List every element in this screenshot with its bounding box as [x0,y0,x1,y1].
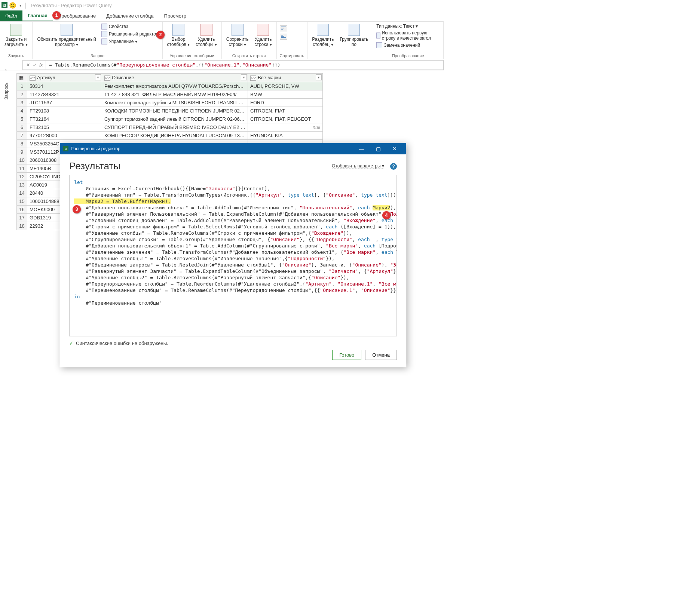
cell-opisanie[interactable]: СУППОРТ ПЕРЕДНИЙ ПРАВЫЙ BREMBO IVECO DAI… [102,123,248,131]
table-row[interactable]: 150314Ремкомплект амортизатора AUDI Q7/V… [17,82,323,90]
row-number[interactable]: 14 [17,189,27,197]
cell-marki[interactable]: CITROEN, FIAT, PEUGEOT [248,115,323,123]
row-number[interactable]: 17 [17,213,27,222]
cell-artikul[interactable]: 977012S000 [27,131,102,139]
face-icon[interactable]: 🙂 [9,2,16,9]
table-row[interactable]: 6FT32105СУППОРТ ПЕРЕДНИЙ ПРАВЫЙ BREMBO I… [17,123,323,131]
cell-marki[interactable]: CITROEN, FIAT [248,107,323,115]
replace-values-button[interactable]: Замена значений [376,42,440,49]
row-number[interactable]: 16 [17,205,27,213]
dialog-titlebar[interactable]: xl Расширенный редактор ― ▢ ✕ [60,143,406,154]
fx-icon[interactable]: fx [39,62,43,68]
row-number[interactable]: 13 [17,181,27,189]
query-name-heading: Результаты [69,160,120,172]
refresh-preview-button[interactable]: Обновить предварительный просмотр ▾ [36,23,97,48]
display-options-link[interactable]: Отобразить параметры ▾ [332,163,384,169]
fx-cancel[interactable]: ✕ [26,62,30,68]
cell-marki[interactable]: AUDI, PORSCHE, VW [248,82,323,90]
remove-columns-button[interactable]: Удалить столбцы ▾ [194,23,218,48]
table-row[interactable]: 4FT29108КОЛОДКИ ТОРМОЗНЫЕ ПЕРЕДНИЕ CITRO… [17,107,323,115]
cell-opisanie[interactable]: КОЛОДКИ ТОРМОЗНЫЕ ПЕРЕДНИЕ CITROEN JUMPE… [102,107,248,115]
sort-desc-button[interactable] [280,34,287,40]
tab-home[interactable]: Главная [22,10,53,21]
row-number[interactable]: 11 [17,164,27,172]
fx-accept[interactable]: ✓ [33,62,36,68]
cell-artikul[interactable]: FT32164 [27,115,102,123]
tab-file[interactable]: Файл [0,10,22,21]
cell-artikul[interactable]: FT32105 [27,123,102,131]
advanced-editor-button[interactable]: Расширенный редактор [101,31,159,37]
tab-view[interactable]: Просмотр [159,10,192,21]
window-title: Результаты - Редактор Power Query [31,3,111,8]
row-number[interactable]: 5 [17,115,27,123]
cancel-button[interactable]: Отмена [365,350,397,360]
row-number[interactable]: 18 [17,222,27,230]
use-first-row-headers[interactable]: Использовать первую строку в качестве за… [376,30,440,41]
group-sort-label: Сортировать [280,53,304,59]
row-number[interactable]: 7 [17,131,27,139]
maximize-button[interactable]: ▢ [370,146,386,152]
cell-opisanie[interactable]: 11 42 7 848 321_ФИЛЬТР МАСЛЯНЫЙ\ BMW F01… [102,90,248,98]
table-row[interactable]: 3JTC11537Комплект прокладок турбины MITS… [17,98,323,107]
row-number[interactable]: 12 [17,172,27,181]
properties-button[interactable]: Свойства [101,23,159,30]
cell-artikul[interactable]: 11427848321 [27,90,102,98]
queries-expand-icon[interactable]: › [5,67,7,73]
keep-rows-button[interactable]: Сохранить строки ▾ [225,23,250,48]
cell-opisanie[interactable]: КОМПРЕССОР КОНДИЦИОНЕРА HYUNDAI TUCSON 0… [102,131,248,139]
remove-rows-button[interactable]: Удалить строки ▾ [253,23,273,48]
cell-opisanie[interactable]: Суппорт тормозной задний левый CITROEN J… [102,115,248,123]
formula-bar: ✕ ✓ fx = Table.RenameColumns(#"Переупоря… [0,59,444,71]
group-manage-columns: Выбор столбцов ▾ Удалить столбцы ▾ Управ… [163,22,222,59]
row-number[interactable]: 8 [17,139,27,148]
col-header-artikul[interactable]: AᴮcАртикул▼ [27,74,102,82]
row-number[interactable]: 6 [17,123,27,131]
row-number[interactable]: 15 [17,197,27,205]
col-header-marki[interactable]: AᴮcВсе марки▼ [248,74,323,82]
data-type-dropdown[interactable]: Тип данных: Текст ▾ [376,23,440,29]
cell-marki[interactable]: HYUNDAI, KIA [248,131,323,139]
sort-asc-button[interactable] [280,25,287,31]
code-editor[interactable]: let Источник = Excel.CurrentWorkbook(){[… [69,175,397,336]
group-by-button[interactable]: Группировать по [338,23,370,48]
close-button[interactable]: ✕ [386,146,403,152]
table-row[interactable]: 211427848321 11 42 7 848 321_ФИЛЬТР МАСЛ… [17,90,323,98]
row-number[interactable]: 1 [17,82,27,90]
cell-artikul[interactable]: 50314 [27,82,102,90]
cell-marki[interactable]: FORD [248,98,323,107]
ribbon: Закрыть и загрузить ▾ Закрыть Обновить п… [0,22,444,59]
group-cols-label: Управление столбцами [166,53,218,59]
cell-marki[interactable]: null [248,123,323,131]
callout-1: 1 [52,11,61,19]
choose-columns-button[interactable]: Выбор столбцов ▾ [166,23,192,48]
table-row[interactable]: 5FT32164Суппорт тормозной задний левый C… [17,115,323,123]
row-number[interactable]: 10 [17,156,27,164]
cell-artikul[interactable]: JTC11537 [27,98,102,107]
row-number[interactable]: 2 [17,90,27,98]
row-number[interactable]: 4 [17,107,27,115]
cell-opisanie[interactable]: Комплект прокладок турбины MITSUBISHI FO… [102,98,248,107]
split-column-button[interactable]: Разделить столбец ▾ [310,23,335,48]
help-icon[interactable]: ? [390,163,397,170]
dialog-title: Расширенный редактор [71,146,120,151]
col-header-opisanie[interactable]: AᴮcОписание▼ [102,74,248,82]
minimize-button[interactable]: ― [353,146,370,152]
callout-2: 2 [156,31,165,39]
queries-panel-label[interactable]: Запросы [4,81,9,99]
table-row[interactable]: 7977012S000КОМПРЕССОР КОНДИЦИОНЕРА HYUND… [17,131,323,139]
cell-opisanie[interactable]: Ремкомплект амортизатора AUDI Q7/VW TOUA… [102,82,248,90]
advanced-editor-dialog: xl Расширенный редактор ― ▢ ✕ Результаты… [60,143,406,367]
done-button[interactable]: Готово [332,350,361,360]
group-transform: Тип данных: Текст ▾ Использовать первую … [373,22,444,59]
group-split: Разделить столбец ▾ Группировать по [307,22,373,59]
cell-artikul[interactable]: FT29108 [27,107,102,115]
row-number[interactable]: 9 [17,148,27,156]
table-corner[interactable]: ▦ [17,74,27,82]
tab-add-column[interactable]: Добавление столбца [101,10,159,21]
cell-marki[interactable]: BMW [248,90,323,98]
manage-button[interactable]: Управление ▾ [101,38,159,45]
close-load-button[interactable]: Закрыть и загрузить ▾ [3,23,29,48]
row-number[interactable]: 3 [17,98,27,107]
formula-input[interactable]: = Table.RenameColumns(#"Переупорядоченны… [46,60,444,70]
qat-dropdown[interactable]: ▾ [18,3,23,7]
